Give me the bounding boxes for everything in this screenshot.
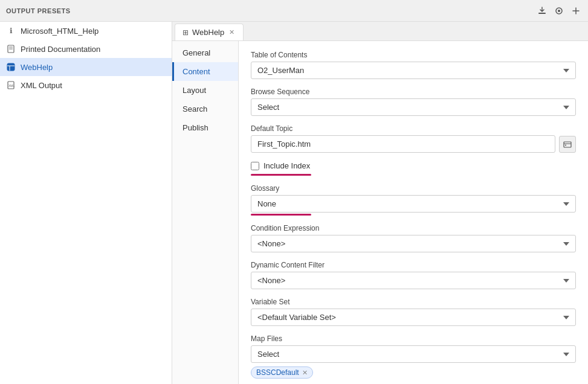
- variable-set-select[interactable]: <Default Variable Set>: [251, 309, 576, 326]
- nav-panel: General Content Layout Search Publish: [172, 41, 239, 384]
- svg-text:XML: XML: [8, 84, 15, 88]
- top-bar-icons: [536, 5, 582, 17]
- include-index-group: Include Index: [251, 161, 576, 176]
- table-of-contents-select[interactable]: O2_UserMan: [251, 62, 576, 79]
- sidebar: ℹ Microsoft_HTML_Help Printed Documentat…: [0, 22, 172, 384]
- svg-rect-11: [564, 142, 571, 147]
- default-topic-row: [251, 135, 576, 153]
- export-icon[interactable]: [536, 5, 548, 17]
- svg-rect-0: [538, 13, 546, 14]
- nav-item-general[interactable]: General: [172, 43, 238, 62]
- content-area: ⊞ WebHelp ✕ General Content Layout Searc…: [172, 22, 588, 384]
- include-index-label[interactable]: Include Index: [263, 161, 310, 170]
- tag-close-button[interactable]: ✕: [302, 369, 308, 377]
- nav-item-publish[interactable]: Publish: [172, 118, 238, 137]
- map-files-label: Map Files: [251, 334, 576, 343]
- tab-webhelp-icon: ⊞: [183, 28, 189, 37]
- glossary-label: Glossary: [251, 184, 576, 193]
- output-presets-title: OUTPUT PRESETS: [6, 7, 531, 14]
- condition-expression-group: Condition Expression <None>: [251, 224, 576, 252]
- sidebar-item-label: WebHelp: [21, 63, 53, 72]
- include-index-checkbox[interactable]: [251, 162, 259, 170]
- condition-expression-select[interactable]: <None>: [251, 235, 576, 252]
- table-of-contents-group: Table of Contents O2_UserMan: [251, 51, 576, 79]
- map-files-tag-bsscdefault: BSSCDefault ✕: [251, 366, 313, 379]
- default-topic-input[interactable]: [251, 135, 555, 153]
- map-files-group: Map Files Select BSSCDefault ✕: [251, 334, 576, 379]
- tab-close-button[interactable]: ✕: [228, 28, 236, 37]
- add-icon[interactable]: [570, 5, 582, 17]
- glossary-select[interactable]: None: [251, 195, 576, 213]
- dynamic-content-filter-group: Dynamic Content Filter <None>: [251, 261, 576, 289]
- preview-icon[interactable]: [553, 5, 565, 17]
- settings-panel: Table of Contents O2_UserMan Browse Sequ…: [239, 41, 588, 384]
- main-layout: ℹ Microsoft_HTML_Help Printed Documentat…: [0, 22, 588, 384]
- sidebar-item-microsoft-html-help[interactable]: ℹ Microsoft_HTML_Help: [0, 22, 172, 40]
- svg-rect-6: [7, 63, 15, 71]
- map-files-select[interactable]: Select: [251, 345, 576, 363]
- table-of-contents-label: Table of Contents: [251, 51, 576, 59]
- webhelp-tab[interactable]: ⊞ WebHelp ✕: [175, 24, 244, 40]
- map-files-tags: BSSCDefault ✕: [251, 366, 576, 379]
- default-topic-label: Default Topic: [251, 124, 576, 133]
- glossary-group: Glossary None: [251, 184, 576, 216]
- pane-layout: General Content Layout Search Publish Ta…: [172, 41, 588, 384]
- sidebar-item-xml-output[interactable]: XML XML Output: [0, 76, 172, 94]
- browse-sequence-label: Browse Sequence: [251, 88, 576, 96]
- browse-sequence-group: Browse Sequence Select: [251, 88, 576, 116]
- variable-set-group: Variable Set <Default Variable Set>: [251, 298, 576, 326]
- sidebar-item-printed-documentation[interactable]: Printed Documentation: [0, 40, 172, 58]
- svg-point-12: [565, 144, 566, 146]
- condition-expression-label: Condition Expression: [251, 224, 576, 232]
- tab-bar: ⊞ WebHelp ✕: [172, 22, 588, 41]
- variable-set-label: Variable Set: [251, 298, 576, 306]
- svg-point-2: [558, 10, 560, 12]
- browse-button[interactable]: [559, 136, 576, 153]
- sidebar-item-label: Printed Documentation: [21, 45, 100, 54]
- dynamic-content-filter-select[interactable]: <None>: [251, 272, 576, 289]
- sidebar-item-webhelp[interactable]: WebHelp: [0, 58, 172, 76]
- glossary-underline: [251, 214, 311, 216]
- browse-sequence-select[interactable]: Select: [251, 98, 576, 116]
- nav-item-content[interactable]: Content: [172, 62, 238, 81]
- default-topic-group: Default Topic: [251, 124, 576, 153]
- nav-item-search[interactable]: Search: [172, 100, 238, 118]
- include-index-row: Include Index: [251, 161, 576, 170]
- top-bar: OUTPUT PRESETS: [0, 0, 588, 22]
- nav-item-layout[interactable]: Layout: [172, 81, 238, 100]
- sidebar-item-label: XML Output: [21, 81, 62, 90]
- dynamic-content-filter-label: Dynamic Content Filter: [251, 261, 576, 269]
- xml-icon: XML: [6, 80, 16, 90]
- sidebar-item-label: Microsoft_HTML_Help: [21, 27, 99, 36]
- info-icon: ℹ: [6, 26, 16, 36]
- include-index-underline: [251, 174, 311, 176]
- tag-label: BSSCDefault: [256, 368, 299, 377]
- doc-icon: [6, 44, 16, 54]
- webhelp-icon: [6, 62, 16, 72]
- tab-label: WebHelp: [192, 28, 224, 37]
